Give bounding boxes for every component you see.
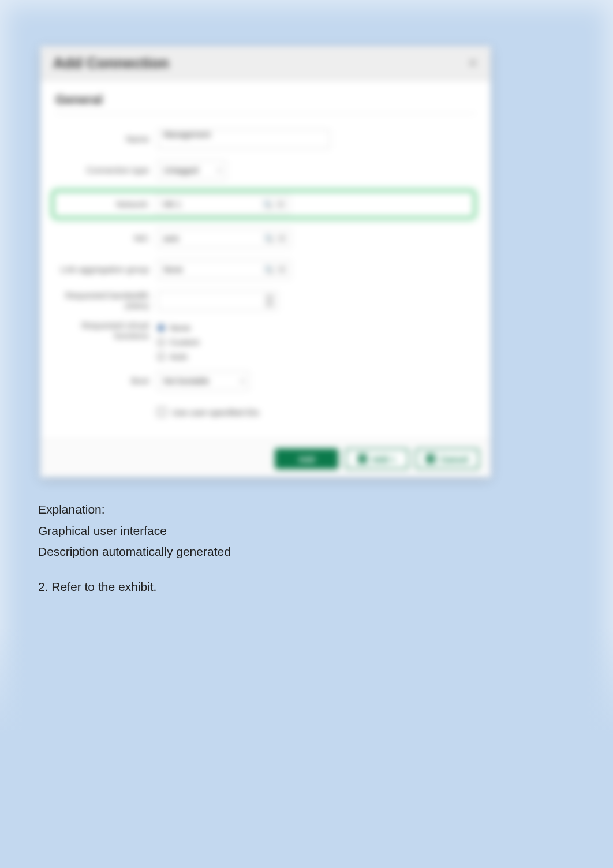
nic-label: NIC [55,233,157,244]
dialog-title: Add Connection [53,54,169,72]
row-name: Name Management [55,128,476,151]
clear-icon[interactable]: ✕ [276,233,287,244]
add-again-button[interactable]: Add + [345,448,409,469]
fade-overlay [0,626,613,868]
row-connection-type: Connection type Untagged ▾ [55,159,476,182]
name-label: Name [55,134,157,144]
spinner-up-icon[interactable]: ▴ [265,294,274,300]
name-input[interactable]: Management [157,129,330,149]
section-title: General [55,92,476,114]
explanation-line: Graphical user interface [38,522,578,541]
link-aggregation-label: Link aggregation group [55,264,157,275]
close-icon[interactable]: ✕ [468,57,478,70]
connection-type-label: Connection type [55,165,157,175]
radio-custom[interactable]: Custom [157,337,200,347]
add-button[interactable]: Add [275,448,338,469]
virtual-functions-label: Requested virtual functions [55,320,157,341]
chevron-down-icon: ▾ [218,167,221,174]
button-label: Cancel [440,454,468,464]
bandwidth-input[interactable]: ▴ ▾ [157,291,278,310]
nic-combo[interactable]: auto 🔍 ✕ [157,229,291,248]
plus-icon [358,454,367,463]
add-connection-dialog: Add Connection ✕ General Name Management… [40,46,491,477]
checkbox-label: Use user-specified IDs [172,407,259,417]
question-2: 2. Refer to the exhibit. [38,578,578,597]
row-user-ids: Use user-specified IDs [55,401,476,424]
network-value: VM 1 [162,200,181,209]
radio-label: Auto [170,351,188,361]
clear-icon[interactable]: ✕ [275,199,286,209]
radio-none[interactable]: None [157,323,200,332]
network-label: Network [54,199,156,209]
search-icon[interactable]: 🔍 [264,233,274,244]
search-icon[interactable]: 🔍 [263,199,273,209]
radio-icon [157,353,165,361]
connection-type-select[interactable]: Untagged ▾ [157,160,226,180]
cancel-button[interactable]: Cancel [416,448,479,469]
chevron-down-icon: ▾ [241,377,244,385]
radio-label: Custom [170,337,200,347]
search-icon[interactable]: 🔍 [264,264,274,275]
user-ids-checkbox[interactable]: Use user-specified IDs [157,407,259,417]
radio-label: None [170,323,190,332]
radio-icon [157,338,165,346]
cancel-icon [426,454,435,463]
boot-value: Not bootable [163,376,209,386]
spinner-down-icon[interactable]: ▾ [265,301,274,307]
link-aggregation-value: None [163,265,182,274]
explanation-block: Explanation: Graphical user interface De… [38,500,578,596]
network-combo[interactable]: VM 1 🔍 ✕ [156,194,290,214]
row-network: Network VM 1 🔍 ✕ [52,190,476,219]
dialog-header: Add Connection ✕ [40,46,491,81]
radio-icon [157,324,165,332]
row-boot: Boot Not bootable ▾ [55,369,476,392]
bandwidth-label: Requested bandwidth (Gb/s) [55,290,157,311]
nic-value: auto [163,234,179,243]
button-label: Add [298,454,315,464]
connection-type-value: Untagged [163,166,199,175]
radio-auto[interactable]: Auto [157,351,200,361]
row-bandwidth: Requested bandwidth (Gb/s) ▴ ▾ [55,289,476,312]
row-nic: NIC auto 🔍 ✕ [55,227,476,250]
row-link-aggregation: Link aggregation group None 🔍 ✕ [55,258,476,281]
explanation-line: Description automatically generated [38,542,578,562]
checkbox-icon [157,407,166,417]
dialog-footer: Add Add + Cancel [40,440,491,477]
button-label: Add + [372,454,396,464]
row-virtual-functions: Requested virtual functions None Custom … [55,320,476,361]
link-aggregation-combo[interactable]: None 🔍 ✕ [157,260,291,279]
boot-label: Boot [55,376,157,386]
dialog-body: General Name Management Connection type … [40,81,491,440]
explanation-title: Explanation: [38,500,578,519]
boot-select[interactable]: Not bootable ▾ [157,371,249,391]
virtual-functions-radios: None Custom Auto [157,320,200,361]
clear-icon[interactable]: ✕ [276,264,287,275]
